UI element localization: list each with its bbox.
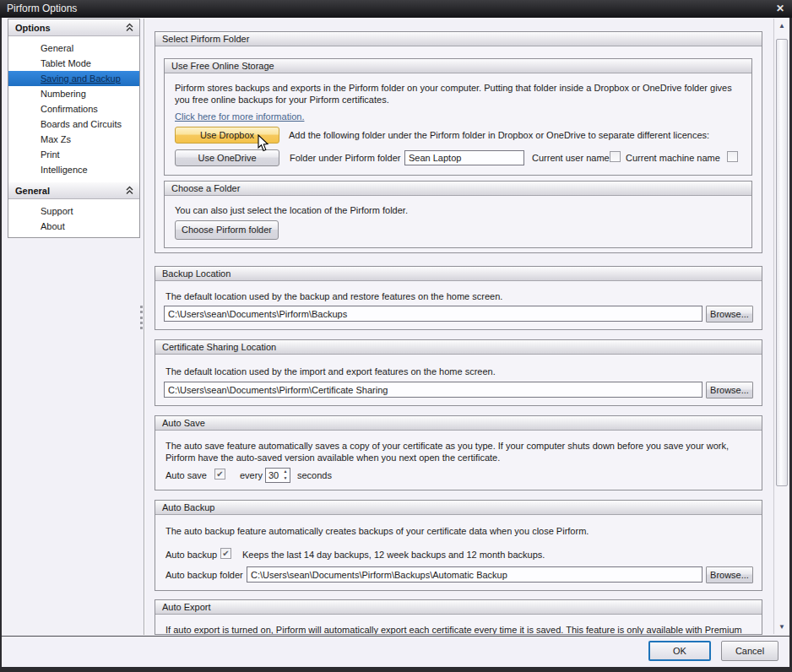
group-certificate-sharing-location: Certificate Sharing Location The default…	[155, 339, 762, 406]
splitter[interactable]	[144, 19, 145, 635]
sidebar-item-numbering[interactable]: Numbering	[8, 86, 139, 101]
backup-location-description: The default location used by the backup …	[165, 291, 502, 301]
sidebar-item-print[interactable]: Print	[8, 147, 139, 162]
group-select-pirform-folder: Select Pirform Folder Use Free Online St…	[155, 31, 762, 253]
window-title: Pirform Options	[7, 3, 77, 14]
use-onedrive-button[interactable]: Use OneDrive	[175, 149, 279, 166]
sidebar-item-boards-and-circuits[interactable]: Boards and Circuits	[8, 117, 139, 132]
choose-pirform-folder-button[interactable]: Choose Pirform folder	[175, 220, 279, 240]
backup-location-input[interactable]	[164, 306, 702, 322]
splitter-grip[interactable]	[140, 306, 144, 329]
sidebar: Options General Tablet Mode Saving and B…	[8, 19, 140, 238]
collapse-chevron-icon	[125, 23, 134, 32]
title-bar: Pirform Options ✕	[0, 0, 792, 18]
footer-bar: OK Cancel	[2, 636, 789, 667]
sidebar-item-max-zs[interactable]: Max Zs	[8, 132, 139, 147]
auto-export-description: If auto export is turned on, Pirform wil…	[165, 625, 752, 635]
every-label: every	[240, 470, 263, 480]
sidebar-general-list: Support About	[8, 199, 139, 239]
group-title: Backup Location	[155, 267, 762, 281]
sidebar-section-options[interactable]: Options	[8, 19, 139, 36]
group-backup-location: Backup Location The default location use…	[155, 266, 762, 330]
auto-backup-keeps-text: Keeps the last 14 day backups, 12 week b…	[242, 550, 545, 560]
auto-backup-browse-button[interactable]: Browse...	[706, 566, 753, 583]
group-title: Choose a Folder	[165, 182, 751, 196]
group-auto-save: Auto Save The auto save feature automati…	[155, 415, 762, 490]
spin-up-icon[interactable]: ▲	[281, 469, 290, 475]
cert-sharing-browse-button[interactable]: Browse...	[706, 382, 753, 398]
sidebar-item-intelligence[interactable]: Intelligence	[8, 162, 139, 177]
more-information-link[interactable]: Click here for more information.	[175, 111, 304, 122]
sidebar-item-support[interactable]: Support	[8, 203, 139, 219]
sidebar-item-confirmations[interactable]: Confirmations	[8, 101, 139, 117]
collapse-chevron-icon	[125, 186, 134, 195]
online-storage-description: Pirform stores backups and exports in th…	[175, 82, 739, 106]
scroll-down-icon[interactable]: ▼	[775, 620, 789, 634]
group-title: Auto Save	[155, 416, 762, 431]
ok-button[interactable]: OK	[648, 641, 711, 661]
group-use-free-online-storage: Use Free Online Storage Pirform stores b…	[164, 58, 752, 176]
auto-backup-folder-input[interactable]	[247, 566, 702, 583]
pirform-options-window: Pirform Options ✕ Options General Tablet…	[0, 0, 792, 672]
group-title: Certificate Sharing Location	[155, 340, 762, 355]
group-title: Auto Backup	[155, 501, 762, 515]
group-auto-backup: Auto Backup The auto backup feature auto…	[155, 500, 762, 591]
folder-under-pirform-input[interactable]	[404, 150, 524, 165]
choose-folder-description: You can also just select the location of…	[175, 205, 408, 215]
backup-location-browse-button[interactable]: Browse...	[706, 306, 753, 322]
cancel-button[interactable]: Cancel	[721, 641, 778, 661]
auto-save-description: The auto save feature automatically save…	[165, 440, 752, 463]
group-title: Use Free Online Storage	[165, 59, 751, 73]
folder-under-pirform-label: Folder under Pirform folder	[290, 153, 400, 163]
vertical-scrollbar[interactable]: ▲ ▼	[773, 19, 789, 634]
auto-backup-label: Auto backup	[165, 550, 217, 560]
scroll-up-icon[interactable]: ▲	[775, 19, 789, 33]
add-folder-text: Add the following folder under the Pirfo…	[289, 130, 709, 140]
cert-sharing-description: The default location used by the import …	[165, 366, 496, 377]
sidebar-item-general[interactable]: General	[8, 41, 139, 56]
auto-backup-folder-label: Auto backup folder	[165, 570, 243, 580]
group-auto-export: Auto Export If auto export is turned on,…	[155, 599, 762, 635]
sidebar-item-tablet-mode[interactable]: Tablet Mode	[8, 56, 139, 71]
check-icon: ✔	[216, 469, 223, 479]
check-icon: ✔	[222, 549, 229, 558]
sidebar-section-general[interactable]: General	[8, 182, 139, 199]
auto-save-interval-stepper[interactable]: 30 ▲ ▼	[265, 468, 290, 483]
sidebar-options-list: General Tablet Mode Saving and Backup Nu…	[8, 36, 139, 182]
auto-save-label: Auto save	[165, 470, 207, 480]
current-user-name-label: Current user name	[532, 153, 610, 163]
group-choose-a-folder: Choose a Folder You can also just select…	[164, 181, 752, 248]
auto-backup-description: The auto backup feature automatically cr…	[165, 526, 589, 536]
group-title: Auto Export	[155, 600, 762, 615]
auto-backup-checkbox[interactable]: ✔	[220, 548, 231, 559]
interval-value[interactable]: 30	[269, 470, 282, 480]
use-dropbox-button[interactable]: Use Dropbox	[175, 127, 279, 144]
seconds-label: seconds	[297, 470, 332, 480]
spin-down-icon[interactable]: ▼	[281, 475, 290, 482]
sidebar-general-label: General	[15, 182, 50, 199]
sidebar-item-saving-and-backup[interactable]: Saving and Backup	[8, 71, 139, 86]
group-title: Select Pirform Folder	[155, 32, 762, 46]
sidebar-item-about[interactable]: About	[8, 219, 139, 234]
sidebar-options-label: Options	[15, 19, 51, 36]
auto-save-checkbox[interactable]: ✔	[214, 469, 225, 480]
current-user-name-checkbox[interactable]	[610, 151, 621, 162]
close-icon[interactable]: ✕	[776, 3, 784, 14]
scrollbar-thumb[interactable]	[776, 39, 788, 486]
cert-sharing-input[interactable]	[164, 382, 702, 398]
current-machine-name-checkbox[interactable]	[727, 151, 738, 162]
current-machine-name-label: Current machine name	[626, 153, 720, 163]
